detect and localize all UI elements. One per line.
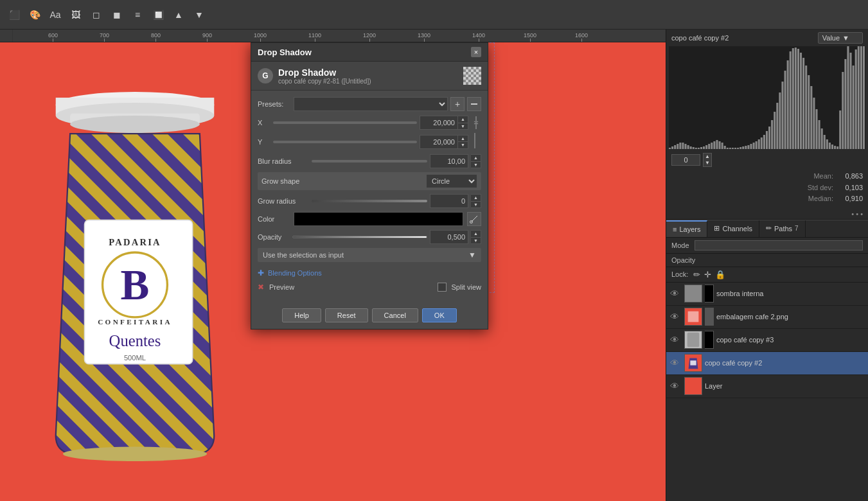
- selection-row[interactable]: Use the selection as input ▼: [258, 248, 481, 262]
- svg-rect-57: [774, 112, 775, 149]
- main-area: 600 700 800 900 1000 1100 1200 1300 1400…: [0, 30, 868, 501]
- median-value: 0,910: [837, 193, 863, 205]
- x-spin[interactable]: ▲▼: [458, 116, 468, 130]
- layer-eye-icon-base[interactable]: 👁: [670, 381, 682, 391]
- toolbar-icon-7[interactable]: ≡: [128, 6, 146, 24]
- layer-item-copo2[interactable]: 👁 copo café copy #2: [666, 352, 868, 375]
- dialog-close-button[interactable]: ×: [471, 47, 481, 57]
- lock-move-icon[interactable]: ✛: [704, 270, 711, 279]
- presets-label: Presets:: [258, 100, 291, 108]
- toolbar-icon-6[interactable]: ◼: [108, 6, 126, 24]
- tab-layers[interactable]: ≡ Layers: [666, 220, 707, 237]
- preset-delete-button[interactable]: [467, 97, 481, 111]
- ruler-marks: 600 700 800 900 1000 1100 1200 1300 1400…: [13, 30, 666, 42]
- grow-radius-slider[interactable]: [312, 200, 427, 202]
- layer-eye-icon-copo2[interactable]: 👁: [670, 358, 682, 368]
- cancel-button[interactable]: Cancel: [372, 308, 418, 322]
- panel-layer-title: copo café copy #2: [671, 34, 729, 42]
- opacity-slider[interactable]: [292, 236, 427, 238]
- svg-text:B: B: [121, 261, 150, 309]
- toolbar-icon-5[interactable]: ◻: [87, 6, 105, 24]
- histogram-spin[interactable]: ▲▼: [703, 153, 712, 167]
- blur-input[interactable]: [430, 154, 468, 168]
- svg-rect-52: [761, 137, 763, 149]
- toolbar-icon-9[interactable]: ▲: [170, 6, 188, 24]
- svg-rect-89: [858, 46, 860, 149]
- svg-rect-21: [679, 143, 681, 149]
- svg-rect-20: [677, 144, 678, 149]
- y-input[interactable]: [420, 135, 458, 149]
- tab-paths[interactable]: ✏ Paths 7: [759, 220, 806, 237]
- layer-eye-icon-copo3[interactable]: 👁: [670, 335, 682, 345]
- blending-options-label[interactable]: Blending Options: [268, 269, 322, 277]
- drop-shadow-dialog[interactable]: Drop Shadow × G Drop Shadow copo café co…: [251, 42, 488, 330]
- svg-point-4: [70, 116, 200, 133]
- std-dev-value: 0,103: [837, 182, 863, 194]
- ruler-mark-1300: 1300: [418, 32, 430, 42]
- svg-rect-39: [727, 148, 729, 149]
- selection-label: Use the selection as input: [263, 251, 466, 259]
- more-options[interactable]: • • •: [666, 209, 868, 219]
- svg-rect-51: [758, 139, 760, 149]
- svg-rect-66: [797, 49, 799, 149]
- opacity-label-layers: Opacity: [671, 256, 695, 264]
- toolbar-icon-1[interactable]: ⬛: [5, 6, 23, 24]
- svg-rect-18: [671, 146, 673, 149]
- tab-channels[interactable]: ⊞ Channels: [707, 220, 759, 237]
- blur-radius-label: Blur radius: [258, 157, 309, 165]
- reset-button[interactable]: Reset: [325, 308, 368, 322]
- layer-name-base: Layer: [705, 382, 864, 390]
- svg-rect-38: [724, 146, 726, 149]
- svg-rect-50: [756, 141, 757, 149]
- svg-rect-42: [734, 148, 736, 149]
- dialog-effect-title: Drop Shadow: [278, 67, 371, 78]
- y-row: Y ▲▼: [258, 133, 481, 150]
- toolbar-icon-10[interactable]: ▼: [190, 6, 208, 24]
- preview-close-icon[interactable]: ✖: [258, 283, 264, 292]
- opacity-spin[interactable]: ▲▼: [471, 230, 481, 244]
- panel-title-row: copo café copy #2 Value ▼: [666, 30, 868, 46]
- toolbar-icon-3[interactable]: Aa: [46, 6, 64, 24]
- y-spin[interactable]: ▲▼: [458, 135, 468, 149]
- histogram-value-input[interactable]: [671, 154, 700, 166]
- grow-radius-input[interactable]: [430, 194, 468, 208]
- ruler-top: 600 700 800 900 1000 1100 1200 1300 1400…: [0, 30, 666, 42]
- layer-item-base[interactable]: 👁 Layer: [666, 375, 868, 398]
- lock-pen-icon[interactable]: ✏: [693, 270, 700, 279]
- x-input[interactable]: [420, 116, 458, 130]
- layers-icon: ≡: [673, 225, 677, 233]
- toolbar-icon-2[interactable]: 🎨: [26, 6, 44, 24]
- layer-item-copo3[interactable]: 👁 copo café copy #3: [666, 329, 868, 352]
- split-view-checkbox[interactable]: [438, 283, 447, 292]
- color-swatch[interactable]: [294, 212, 463, 226]
- layer-item-embalagem[interactable]: 👁 embalagem cafe 2.png: [666, 306, 868, 329]
- y-input-group: ▲▼: [420, 135, 468, 149]
- opacity-input[interactable]: [430, 230, 468, 244]
- dialog-subtitle: copo café copy #2-81 ([Untitled]): [278, 78, 371, 85]
- layer-eye-icon-embalagem[interactable]: 👁: [670, 312, 682, 322]
- toolbar-icon-4[interactable]: 🖼: [67, 6, 85, 24]
- grow-shape-select[interactable]: Circle Square Diamond: [426, 174, 477, 188]
- grow-radius-spin[interactable]: ▲▼: [471, 194, 481, 208]
- blur-slider[interactable]: [312, 160, 427, 163]
- svg-rect-45: [742, 146, 744, 149]
- value-dropdown[interactable]: Value ▼: [818, 32, 863, 44]
- canvas-container[interactable]: PADARIA B CONFEITARIA Quentes 500ML: [0, 42, 666, 501]
- presets-select[interactable]: [294, 97, 448, 111]
- toolbar-icon-8[interactable]: 🔲: [149, 6, 167, 24]
- blur-spin[interactable]: ▲▼: [471, 154, 481, 168]
- layer-name-copo2: copo café copy #2: [705, 359, 864, 367]
- x-slider[interactable]: [273, 121, 417, 124]
- mode-input[interactable]: [695, 240, 863, 251]
- y-slider[interactable]: [273, 141, 417, 143]
- lock-icons-group: ✏ ✛ 🔒: [693, 270, 725, 279]
- layer-item-sombra-interna[interactable]: 👁 sombra interna: [666, 283, 868, 306]
- preset-add-button[interactable]: +: [450, 97, 465, 111]
- svg-rect-22: [682, 143, 684, 149]
- color-dropper-button[interactable]: [467, 212, 481, 226]
- help-button[interactable]: Help: [282, 308, 321, 322]
- ok-button[interactable]: OK: [422, 308, 457, 322]
- lock-all-icon[interactable]: 🔒: [715, 270, 725, 279]
- blending-expand-icon[interactable]: ✚: [258, 268, 264, 277]
- layer-eye-icon-sombra[interactable]: 👁: [670, 288, 682, 299]
